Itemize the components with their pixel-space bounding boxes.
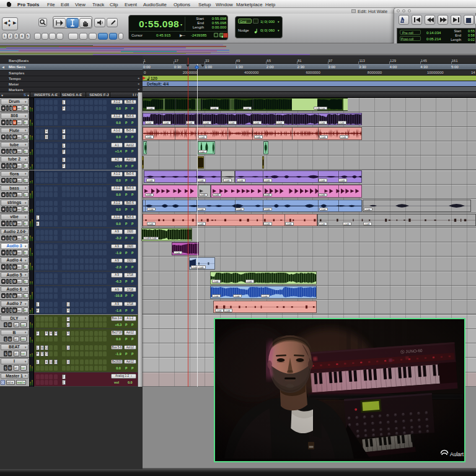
svg-text:Aulart: Aulart bbox=[450, 451, 464, 457]
